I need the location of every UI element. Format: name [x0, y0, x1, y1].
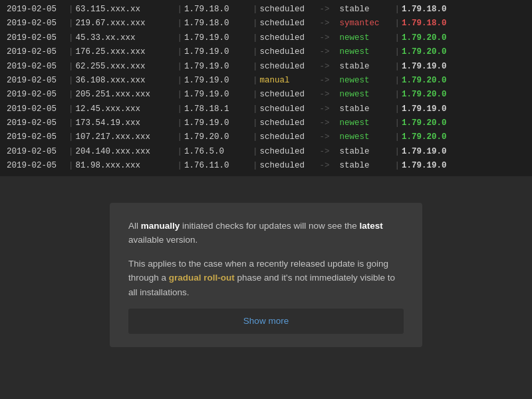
col-ver-to: 1.79.20.0 [402, 88, 468, 101]
col-ver-to: 1.79.19.0 [402, 160, 468, 172]
col-ver-to: 1.79.19.0 [402, 146, 468, 158]
col-ver-to: 1.79.19.0 [402, 103, 468, 116]
col-channel: newest [340, 46, 393, 59]
col-channel: stable [340, 61, 393, 73]
col-type: scheduled [260, 131, 320, 144]
col-date: 2019-02-05 [7, 117, 66, 130]
col-ip: 173.54.19.xxx [76, 117, 176, 130]
col-ip: 36.108.xxx.xxx [76, 74, 176, 87]
table-row: 2019-02-05 | 176.25.xxx.xxx | 1.79.19.0 … [0, 45, 532, 59]
col-ver-to: 1.79.20.0 [402, 32, 468, 45]
col-channel: stable [340, 103, 393, 116]
col-arrow: -> [320, 103, 340, 116]
col-ip: 204.140.xxx.xxx [76, 146, 176, 158]
col-type: scheduled [260, 17, 320, 30]
col-ver-to: 1.79.20.0 [402, 46, 468, 59]
table-row: 2019-02-05 | 62.255.xxx.xxx | 1.79.19.0 … [0, 60, 532, 74]
show-more-area[interactable]: Show more [128, 309, 404, 334]
col-date: 2019-02-05 [7, 103, 66, 116]
col-channel: newest [340, 131, 393, 144]
col-type: scheduled [260, 103, 320, 116]
table-row: 2019-02-05 | 205.251.xxx.xxx | 1.79.19.0… [0, 88, 532, 102]
table-row: 2019-02-05 | 107.217.xxx.xxx | 1.79.20.0… [0, 130, 532, 144]
col-date: 2019-02-05 [7, 146, 66, 158]
col-arrow: -> [320, 46, 340, 59]
col-date: 2019-02-05 [7, 3, 66, 16]
col-channel: newest [340, 88, 393, 101]
col-arrow: -> [320, 88, 340, 101]
divider [0, 176, 532, 196]
update-log-table: 2019-02-05 | 63.115.xxx.xx | 1.79.18.0 |… [0, 0, 532, 176]
col-arrow: -> [320, 117, 340, 130]
col-date: 2019-02-05 [7, 160, 66, 172]
col-arrow: -> [320, 160, 340, 172]
col-type: scheduled [260, 117, 320, 130]
info-text-end: available version. [128, 235, 198, 245]
col-ip: 12.45.xxx.xxx [76, 103, 176, 116]
col-date: 2019-02-05 [7, 61, 66, 73]
col-ver-to: 1.79.18.0 [402, 3, 468, 16]
col-ver-to: 1.79.20.0 [402, 74, 468, 87]
col-ip: 63.115.xxx.xx [76, 3, 176, 16]
col-ver-from: 1.78.18.1 [184, 103, 251, 116]
col-channel: symantec [340, 17, 393, 30]
info-box: All manually initiated checks for update… [110, 203, 422, 348]
col-ver-from: 1.79.18.0 [184, 17, 251, 30]
col-date: 2019-02-05 [7, 32, 66, 45]
col-ver-from: 1.76.5.0 [184, 146, 251, 158]
col-date: 2019-02-05 [7, 131, 66, 144]
col-arrow: -> [320, 3, 340, 16]
col-ip: 107.217.xxx.xxx [76, 131, 176, 144]
col-type: scheduled [260, 160, 320, 172]
col-ver-from: 1.79.19.0 [184, 61, 251, 73]
col-ver-from: 1.79.19.0 [184, 88, 251, 101]
table-row: 2019-02-05 | 81.98.xxx.xxx | 1.76.11.0 |… [0, 159, 532, 173]
col-type: scheduled [260, 146, 320, 158]
col-channel: newest [340, 117, 393, 130]
col-date: 2019-02-05 [7, 17, 66, 30]
col-ver-from: 1.79.19.0 [184, 117, 251, 130]
col-ver-from: 1.79.19.0 [184, 74, 251, 87]
col-ver-to: 1.79.20.0 [402, 117, 468, 130]
col-type: scheduled [260, 61, 320, 73]
col-ip: 45.33.xx.xxx [76, 32, 176, 45]
col-channel: stable [340, 160, 393, 172]
col-date: 2019-02-05 [7, 46, 66, 59]
col-date: 2019-02-05 [7, 88, 66, 101]
col-arrow: -> [320, 61, 340, 73]
col-channel: stable [340, 146, 393, 158]
table-row: 2019-02-05 | 219.67.xxx.xxx | 1.79.18.0 … [0, 17, 532, 31]
col-arrow: -> [320, 17, 340, 30]
col-type: scheduled [260, 3, 320, 16]
col-arrow: -> [320, 131, 340, 144]
col-type: scheduled [260, 46, 320, 59]
info-bold-rollout: gradual roll-out [169, 273, 235, 283]
table-row: 2019-02-05 | 63.115.xxx.xx | 1.79.18.0 |… [0, 3, 532, 17]
col-ver-from: 1.79.18.0 [184, 3, 251, 16]
col-type: scheduled [260, 88, 320, 101]
info-paragraph-2: This applies to the case when a recently… [128, 257, 404, 300]
col-channel: newest [340, 74, 393, 87]
col-ip: 176.25.xxx.xxx [76, 46, 176, 59]
table-row: 2019-02-05 | 173.54.19.xxx | 1.79.19.0 |… [0, 116, 532, 130]
show-more-button[interactable]: Show more [243, 316, 289, 326]
col-ip: 62.255.xxx.xxx [76, 61, 176, 73]
table-row: 2019-02-05 | 12.45.xxx.xxx | 1.78.18.1 |… [0, 102, 532, 116]
col-ver-from: 1.79.19.0 [184, 46, 251, 59]
col-date: 2019-02-05 [7, 74, 66, 87]
table-row: 2019-02-05 | 204.140.xxx.xxx | 1.76.5.0 … [0, 145, 532, 159]
col-ver-from: 1.79.19.0 [184, 32, 251, 45]
col-arrow: -> [320, 74, 340, 87]
info-text-prefix: All [128, 221, 141, 231]
col-channel: newest [340, 32, 393, 45]
col-ver-from: 1.76.11.0 [184, 160, 251, 172]
col-arrow: -> [320, 32, 340, 45]
col-arrow: -> [320, 146, 340, 158]
col-ver-to: 1.79.19.0 [402, 61, 468, 73]
table-row: 2019-02-05 | 45.33.xx.xxx | 1.79.19.0 | … [0, 31, 532, 45]
col-ver-from: 1.79.20.0 [184, 131, 251, 144]
col-channel: stable [340, 3, 393, 16]
info-bold-manually: manually [141, 221, 180, 231]
info-text-middle: initiated checks for updates will now se… [180, 221, 359, 231]
table-row: 2019-02-05 | 36.108.xxx.xxx | 1.79.19.0 … [0, 74, 532, 88]
